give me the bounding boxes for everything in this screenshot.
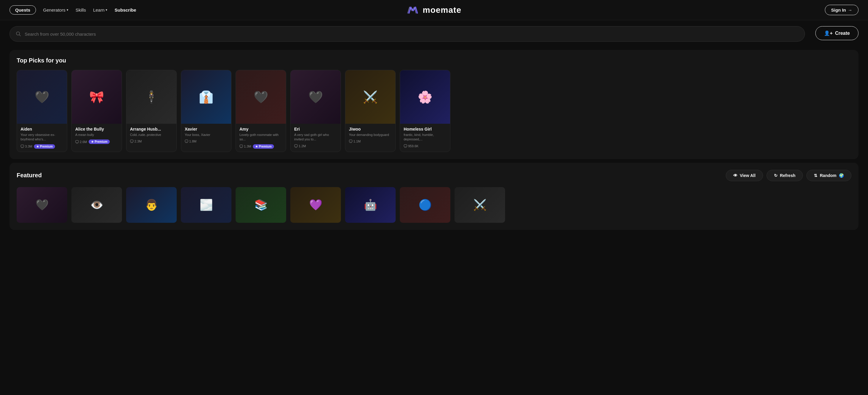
card-desc: frantic, kind, humble, depressed,... xyxy=(404,133,446,142)
svg-rect-5 xyxy=(185,140,188,142)
featured-card-image: 🌫️ xyxy=(181,187,231,223)
card-name: Alice the Bully xyxy=(75,127,118,131)
top-picks-card[interactable]: ⚔️ Jiwoo Your demanding bodyguard 1.1M xyxy=(345,70,396,152)
card-desc: Cold..rude..protective xyxy=(130,133,173,137)
view-all-button[interactable]: 👁 View All xyxy=(726,170,763,181)
featured-card-image: 🔵 xyxy=(400,187,451,223)
skills-menu[interactable]: Skills xyxy=(75,7,86,12)
card-image: 👔 xyxy=(181,70,231,124)
card-count: 3.3M xyxy=(21,145,32,148)
logo-icon xyxy=(407,5,420,16)
chat-icon xyxy=(349,140,352,143)
card-image: 🎀 xyxy=(72,70,122,124)
card-body: Xavier Your boss, Xavier 1.8M xyxy=(181,124,231,146)
featured-card[interactable]: 🌫️ xyxy=(181,187,231,223)
card-count: 2.3M xyxy=(130,140,142,143)
signin-button[interactable]: Sign In → xyxy=(825,5,859,15)
featured-card[interactable]: 💜 xyxy=(290,187,341,223)
svg-rect-9 xyxy=(404,145,407,147)
featured-card-image: 🖤 xyxy=(17,187,67,223)
search-bar xyxy=(9,26,805,42)
eye-icon: 👁 xyxy=(733,173,737,178)
featured-card-image: 📚 xyxy=(236,187,286,223)
create-button[interactable]: 👤+ Create xyxy=(815,26,859,40)
featured-card[interactable]: 🖤 xyxy=(17,187,67,223)
card-image: ⚔️ xyxy=(345,70,395,124)
card-footer: 1.1M xyxy=(349,140,392,143)
top-picks-header: Top Picks for you xyxy=(17,57,851,64)
svg-rect-2 xyxy=(21,145,24,147)
card-image-placeholder: 🖤 xyxy=(290,70,341,124)
svg-rect-7 xyxy=(294,145,298,147)
card-image: 🖤 xyxy=(17,70,67,124)
card-count: 1.1M xyxy=(349,140,361,143)
card-image-placeholder: 🕴 xyxy=(126,70,176,124)
premium-badge: ★ Premium xyxy=(89,140,110,144)
quests-button[interactable]: Quests xyxy=(9,5,36,14)
refresh-icon: ↻ xyxy=(774,173,778,178)
card-footer: 2.3M xyxy=(130,140,173,143)
featured-card-image: 👁️ xyxy=(71,187,122,223)
featured-card[interactable]: 🔵 xyxy=(400,187,451,223)
card-footer: 1.3M ★ Premium xyxy=(240,144,282,149)
card-desc: Lovely goth roommate with so... xyxy=(240,133,282,142)
generators-menu[interactable]: Generators ▾ xyxy=(43,7,68,12)
svg-line-1 xyxy=(19,35,21,36)
logo-text: moemate xyxy=(423,5,461,15)
top-picks-card[interactable]: 🖤 Aiden Your very obsessive ex-boyfriend… xyxy=(17,70,67,152)
top-picks-card[interactable]: 🕴 Arrange Husb... Cold..rude..protective… xyxy=(126,70,177,152)
card-image: 🌸 xyxy=(400,70,450,124)
create-icon: 👤+ xyxy=(824,30,833,36)
subscribe-link[interactable]: Subscribe xyxy=(115,7,136,12)
card-desc: A mean bully xyxy=(75,133,118,137)
card-footer: 1.8M xyxy=(185,140,227,143)
featured-card[interactable]: 👁️ xyxy=(71,187,122,223)
chat-icon xyxy=(21,145,24,148)
featured-card-image: 👨 xyxy=(126,187,177,223)
card-count: 1.8M xyxy=(185,140,196,143)
search-input[interactable] xyxy=(25,32,799,37)
top-picks-card[interactable]: 👔 Xavier Your boss, Xavier 1.8M xyxy=(181,70,231,152)
top-picks-card[interactable]: 🖤 Amy Lovely goth roommate with so... 1.… xyxy=(236,70,286,152)
card-body: Alice the Bully A mean bully 2.6M ★ Prem… xyxy=(72,124,122,147)
card-image-placeholder: 👔 xyxy=(181,70,231,124)
featured-card[interactable]: ⚔️ xyxy=(455,187,505,223)
featured-cards-row: 🖤👁️👨🌫️📚💜🤖🔵⚔️ xyxy=(17,187,851,223)
random-emoji-icon: 🌍 xyxy=(839,173,844,178)
random-icon: ⇅ xyxy=(814,173,817,178)
nav-right: Sign In → xyxy=(825,5,859,15)
refresh-button[interactable]: ↻ Refresh xyxy=(767,170,803,181)
premium-badge: ★ Premium xyxy=(34,144,55,149)
card-body: Jiwoo Your demanding bodyguard 1.1M xyxy=(345,124,395,146)
featured-card[interactable]: 🤖 xyxy=(345,187,396,223)
featured-title: Featured xyxy=(17,172,42,179)
featured-card[interactable]: 📚 xyxy=(236,187,286,223)
card-image-placeholder: 🎀 xyxy=(72,70,122,124)
card-image: 🕴 xyxy=(126,70,176,124)
card-footer: 3.3M ★ Premium xyxy=(21,144,63,149)
svg-rect-8 xyxy=(349,140,352,142)
learn-menu[interactable]: Learn ▾ xyxy=(93,7,107,12)
card-desc: Your boss, Xavier xyxy=(185,133,227,137)
top-picks-card[interactable]: 🎀 Alice the Bully A mean bully 2.6M ★ Pr… xyxy=(71,70,122,152)
card-desc: Your very obsessive ex-boyfriend who's..… xyxy=(21,133,63,142)
top-picks-card[interactable]: 🖤 Eri A very sad goth girl who invited y… xyxy=(290,70,341,152)
top-picks-card[interactable]: 🌸 Homeless Girl frantic, kind, humble, d… xyxy=(400,70,451,152)
featured-card[interactable]: 👨 xyxy=(126,187,177,223)
card-count: 1.3M xyxy=(240,145,251,148)
card-image-placeholder: 🖤 xyxy=(17,70,67,124)
card-name: Aiden xyxy=(21,127,63,131)
signin-arrow-icon: → xyxy=(848,7,852,12)
featured-card-image: ⚔️ xyxy=(455,187,505,223)
card-body: Amy Lovely goth roommate with so... 1.3M… xyxy=(236,124,286,152)
card-image: 🖤 xyxy=(236,70,286,124)
random-button[interactable]: ⇅ Random 🌍 xyxy=(806,170,851,181)
card-footer: 1.2M xyxy=(294,144,337,148)
card-name: Arrange Husb... xyxy=(130,127,173,131)
top-picks-title: Top Picks for you xyxy=(17,57,66,64)
card-image-placeholder: 🌸 xyxy=(400,70,450,124)
nav-left: Quests Generators ▾ Skills Learn ▾ Subsc… xyxy=(9,5,136,14)
svg-rect-6 xyxy=(240,145,243,147)
top-picks-cards-row: 🖤 Aiden Your very obsessive ex-boyfriend… xyxy=(17,70,851,152)
card-count: 2.6M xyxy=(75,140,87,144)
